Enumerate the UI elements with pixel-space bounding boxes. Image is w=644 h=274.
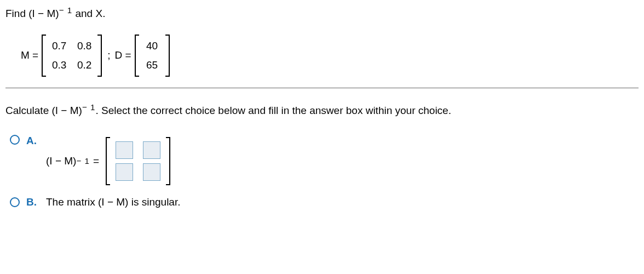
- choice-b[interactable]: B. The matrix (I − M) is singular.: [10, 195, 639, 210]
- answer-matrix-cells: [110, 137, 166, 185]
- bracket-right-icon: [97, 35, 102, 77]
- answer-cell-1-1[interactable]: [143, 163, 160, 181]
- problem-statement-right: and X.: [72, 8, 105, 19]
- problem-statement-left: Find (I − M): [5, 8, 59, 19]
- problem-statement: Find (I − M)− 1 and X.: [5, 4, 639, 21]
- bracket-left-icon: [106, 137, 110, 185]
- instruction-text: Calculate (I − M)− 1. Select the correct…: [5, 101, 639, 118]
- instruction-right: . Select the correct choice below and fi…: [95, 105, 451, 116]
- choice-a[interactable]: A. (I − M)− 1 =: [10, 134, 639, 185]
- d-cell-1-0: 65: [145, 58, 160, 73]
- m-cell-0-0: 0.7: [51, 39, 67, 54]
- matrix-m-cells: 0.7 0.8 0.3 0.2: [46, 35, 97, 77]
- choice-b-text: The matrix (I − M) is singular.: [46, 195, 180, 210]
- semicolon: ;: [107, 48, 110, 63]
- choice-a-label: A.: [26, 134, 38, 149]
- matrix-d: 40 65: [135, 35, 170, 77]
- answer-cell-0-1[interactable]: [143, 141, 160, 159]
- equals-sign: =: [93, 154, 99, 169]
- choice-a-body: (I − M)− 1 =: [46, 134, 174, 185]
- superscript-neg1: − 1: [82, 102, 96, 112]
- choices-group: A. (I − M)− 1 = B.: [10, 134, 639, 210]
- m-label: M =: [21, 48, 38, 63]
- choice-b-label: B.: [26, 195, 38, 210]
- matrix-d-cells: 40 65: [139, 35, 165, 77]
- bracket-right-icon: [166, 137, 170, 185]
- given-matrices: M = 0.7 0.8 0.3 0.2 ; D = 40 65: [21, 35, 639, 77]
- m-cell-1-1: 0.2: [77, 58, 92, 73]
- answer-matrix: [106, 137, 170, 185]
- choice-a-expr-left: (I − M): [46, 154, 76, 169]
- bracket-right-icon: [165, 35, 170, 77]
- bracket-left-icon: [42, 35, 46, 77]
- m-cell-0-1: 0.8: [77, 39, 92, 54]
- m-cell-1-0: 0.3: [51, 58, 67, 73]
- instruction-left: Calculate (I − M): [5, 105, 82, 116]
- radio-b[interactable]: [10, 197, 20, 207]
- bracket-left-icon: [135, 35, 139, 77]
- answer-cell-0-0[interactable]: [116, 141, 133, 159]
- superscript-neg1: − 1: [76, 155, 90, 167]
- d-cell-0-0: 40: [145, 39, 160, 54]
- superscript-neg1: − 1: [59, 5, 73, 15]
- radio-a[interactable]: [10, 135, 20, 145]
- answer-cell-1-0[interactable]: [116, 163, 133, 181]
- divider: [5, 88, 639, 88]
- matrix-m: 0.7 0.8 0.3 0.2: [42, 35, 102, 77]
- d-label: D =: [114, 48, 131, 63]
